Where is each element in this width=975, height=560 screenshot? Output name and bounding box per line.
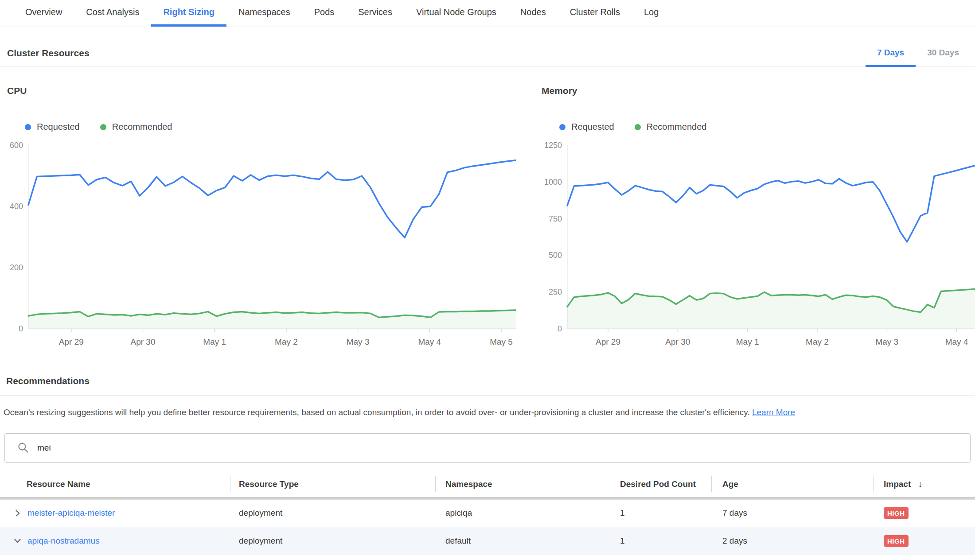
x-tick-label: May 4 [418, 337, 441, 346]
memory-line-chart: 025050075010001250Apr 29Apr 30May 1May 2… [541, 140, 975, 350]
memory-legend-recommended-label: Recommended [647, 122, 707, 132]
tab-cluster-rolls[interactable]: Cluster Rolls [558, 0, 632, 27]
desired-pod-count-cell: 1 [610, 536, 711, 546]
tab-services[interactable]: Services [346, 0, 404, 27]
table-row[interactable]: apiqa-nostradamus deployment default 1 2… [0, 527, 975, 555]
recommendations-description: Ocean's resizing suggestions will help y… [4, 407, 969, 418]
memory-legend: Requested Recommended [559, 122, 975, 132]
time-range-toggle: 7 Days 30 Days [866, 48, 971, 67]
cpu-chart-title: CPU [6, 67, 516, 102]
y-tick-label: 1250 [544, 141, 562, 150]
impact-high-badge: HIGH [884, 507, 909, 519]
x-tick-label: May 1 [736, 337, 759, 346]
memory-legend-requested-label: Requested [571, 122, 614, 132]
cpu-legend-requested: Requested [25, 122, 80, 132]
learn-more-link[interactable]: Learn More [752, 408, 795, 417]
namespace-cell: apiciqa [435, 508, 610, 518]
desired-pod-count-cell: 1 [610, 508, 711, 518]
y-tick-label: 500 [549, 251, 562, 260]
memory-chart-panel: Memory Requested Recommended 02505007501… [541, 67, 975, 350]
impact-header-label: Impact [884, 479, 911, 489]
cpu-legend: Requested Recommended [25, 122, 516, 132]
cluster-resources-header: Cluster Resources 7 Days 30 Days [0, 27, 975, 67]
resource-name-cell: apiqa-nostradamus [0, 536, 230, 546]
x-tick-label: Apr 29 [596, 337, 620, 346]
resource-name-link[interactable]: apiqa-nostradamus [27, 536, 100, 546]
memory-chart-title: Memory [541, 67, 975, 102]
cpu-chart-panel: CPU Requested Recommended 0200400600Apr … [6, 67, 516, 350]
x-tick-label: May 3 [347, 337, 370, 346]
col-header-desired-pod-count[interactable]: Desired Pod Count [610, 475, 711, 493]
resource-type-cell: deployment [230, 536, 435, 546]
col-header-impact[interactable]: Impact ↓ [873, 475, 975, 493]
tab-cost-analysis[interactable]: Cost Analysis [74, 0, 151, 27]
x-tick-label: May 1 [203, 337, 226, 346]
memory-legend-recommended: Recommended [635, 122, 707, 132]
recommendations-description-text: Ocean's resizing suggestions will help y… [4, 408, 750, 417]
memory-requested-line [567, 166, 975, 242]
recommended-dot-icon [100, 124, 106, 130]
cpu-requested-line [28, 160, 516, 238]
sort-desc-icon[interactable]: ↓ [918, 479, 922, 489]
recommendations-title: Recommendations [6, 376, 969, 386]
y-tick-label: 200 [10, 263, 23, 272]
requested-dot-icon [559, 124, 566, 130]
tab-right-sizing[interactable]: Right Sizing [151, 0, 226, 27]
chevron-right-icon[interactable] [13, 509, 22, 517]
x-tick-label: May 3 [875, 337, 898, 346]
impact-cell: HIGH [873, 535, 975, 547]
col-header-namespace[interactable]: Namespace [435, 475, 610, 493]
recommendations-table: Resource Name Resource Type Namespace De… [0, 471, 975, 555]
range-7-days[interactable]: 7 Days [866, 48, 916, 67]
range-30-days[interactable]: 30 Days [916, 48, 971, 67]
tab-nodes[interactable]: Nodes [508, 0, 558, 27]
resource-name-cell: meister-apiciqa-meister [0, 508, 230, 518]
cpu-legend-recommended-label: Recommended [112, 122, 172, 132]
y-tick-label: 1000 [544, 178, 562, 187]
col-header-age[interactable]: Age [711, 475, 873, 493]
search-input[interactable] [37, 443, 970, 453]
tab-namespaces[interactable]: Namespaces [226, 0, 302, 27]
y-tick-label: 250 [549, 288, 562, 296]
x-tick-label: Apr 30 [131, 337, 156, 346]
memory-legend-requested: Requested [559, 122, 614, 132]
x-tick-label: May 2 [275, 337, 298, 346]
impact-high-badge: HIGH [884, 535, 909, 547]
search-icon [17, 442, 29, 454]
cpu-legend-recommended: Recommended [100, 122, 172, 132]
x-tick-label: May 2 [806, 337, 829, 346]
table-row[interactable]: meister-apiciqa-meister deployment apici… [0, 500, 975, 527]
impact-cell: HIGH [873, 507, 975, 519]
tab-virtual-node-groups[interactable]: Virtual Node Groups [404, 0, 508, 27]
y-tick-label: 400 [10, 202, 23, 211]
tab-log[interactable]: Log [632, 0, 671, 27]
col-header-resource-name[interactable]: Resource Name [0, 475, 230, 493]
y-tick-label: 600 [10, 141, 23, 150]
top-tab-bar: Overview Cost Analysis Right Sizing Name… [0, 0, 975, 27]
x-tick-label: May 4 [945, 337, 968, 346]
table-header-row: Resource Name Resource Type Namespace De… [0, 471, 975, 497]
namespace-cell: default [435, 536, 610, 546]
cpu-legend-requested-label: Requested [37, 122, 80, 132]
x-tick-label: Apr 29 [59, 337, 84, 346]
resource-name-link[interactable]: meister-apiciqa-meister [27, 508, 115, 518]
x-tick-label: Apr 30 [665, 337, 690, 346]
resource-type-cell: deployment [230, 508, 435, 518]
tab-pods[interactable]: Pods [302, 0, 347, 27]
recommended-dot-icon [635, 124, 641, 130]
tab-overview[interactable]: Overview [13, 0, 74, 27]
age-cell: 2 days [711, 536, 873, 546]
charts-row: CPU Requested Recommended 0200400600Apr … [0, 67, 975, 350]
cpu-line-chart: 0200400600Apr 29Apr 30May 1May 2May 3May… [6, 140, 516, 350]
y-tick-label: 0 [558, 324, 562, 333]
search-box[interactable] [4, 433, 971, 463]
age-cell: 7 days [711, 508, 873, 518]
recommendations-header: Recommendations [0, 350, 975, 396]
x-tick-label: May 5 [490, 337, 513, 346]
requested-dot-icon [25, 124, 31, 130]
chevron-down-icon[interactable] [13, 537, 22, 545]
y-tick-label: 750 [549, 214, 562, 223]
col-header-resource-type[interactable]: Resource Type [230, 475, 435, 493]
y-tick-label: 0 [19, 324, 23, 333]
cluster-resources-title: Cluster Resources [7, 48, 90, 58]
